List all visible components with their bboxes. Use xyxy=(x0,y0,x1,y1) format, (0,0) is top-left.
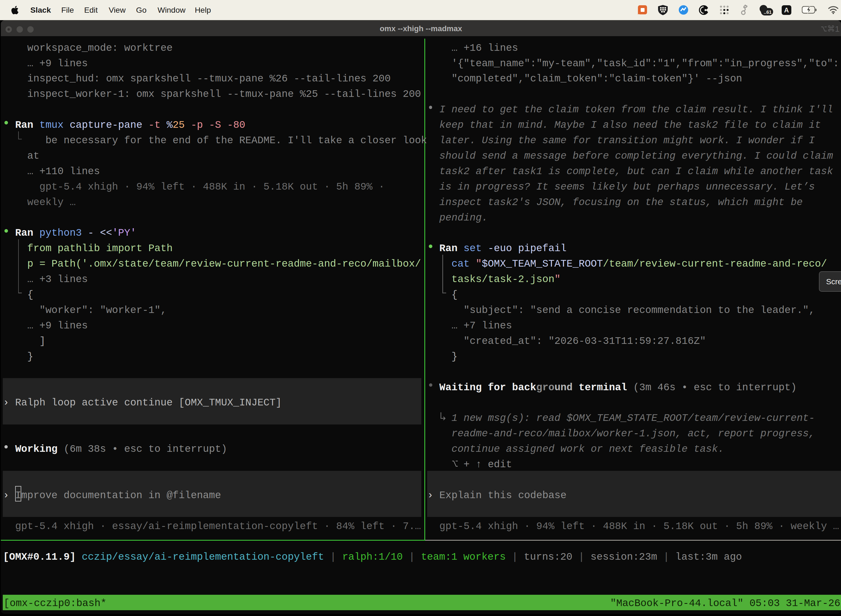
svg-text:..61: ..61 xyxy=(764,10,771,15)
